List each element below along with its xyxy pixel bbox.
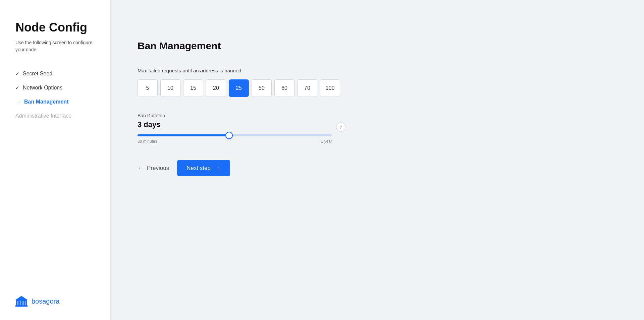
options-row: 510152025506070100 <box>138 79 345 97</box>
sidebar: Node Config Use the following screen to … <box>0 0 111 320</box>
svg-rect-7 <box>15 305 28 307</box>
previous-button[interactable]: ← Previous <box>138 165 169 172</box>
slider-min-label: 30 minutes <box>138 139 157 144</box>
arrow-right-icon: → <box>215 165 221 172</box>
svg-rect-2 <box>17 301 18 306</box>
help-icon[interactable]: ? <box>336 122 345 132</box>
sidebar-title: Node Config <box>15 20 95 35</box>
option-btn-70[interactable]: 70 <box>297 79 317 97</box>
sidebar-nav: ✓ Secret Seed ✓ Network Options → Ban Ma… <box>15 67 95 123</box>
help-icon-label: ? <box>339 125 342 130</box>
option-btn-100[interactable]: 100 <box>320 79 340 97</box>
max-failed-label: Max failed requests until an address is … <box>138 68 345 73</box>
check-icon: ✓ <box>15 71 19 76</box>
svg-rect-1 <box>16 300 27 301</box>
ban-duration-value: 3 days <box>138 120 345 129</box>
slider-wrapper: ? <box>138 134 345 136</box>
option-btn-25[interactable]: 25 <box>229 79 249 97</box>
max-failed-section: Max failed requests until an address is … <box>138 68 345 97</box>
check-icon: ✓ <box>15 85 19 90</box>
main-content: Ban Management Max failed requests until… <box>111 0 644 320</box>
option-btn-20[interactable]: 20 <box>206 79 226 97</box>
svg-rect-3 <box>20 301 21 306</box>
slider-track[interactable] <box>138 134 332 136</box>
slider-fill <box>138 134 229 136</box>
sidebar-item-administrative-interface: Administrative Interface <box>15 109 95 123</box>
sidebar-item-label: Network Options <box>23 85 62 91</box>
logo-icon <box>15 296 28 307</box>
sidebar-item-label: Ban Management <box>24 99 68 105</box>
sidebar-item-secret-seed[interactable]: ✓ Secret Seed <box>15 67 95 81</box>
sidebar-description: Use the following screen to configure yo… <box>15 39 95 53</box>
next-step-button[interactable]: Next step → <box>177 160 230 176</box>
slider-max-label: 1 year <box>321 139 332 144</box>
ban-duration-section: Ban Duration 3 days ? 30 minutes 1 year <box>138 113 345 144</box>
next-step-label: Next step <box>186 165 211 172</box>
option-btn-60[interactable]: 60 <box>274 79 294 97</box>
actions-row: ← Previous Next step → <box>138 160 345 176</box>
svg-rect-4 <box>22 301 24 306</box>
option-btn-10[interactable]: 10 <box>160 79 180 97</box>
svg-rect-5 <box>25 301 26 306</box>
previous-label: Previous <box>147 165 169 172</box>
sidebar-item-label: Administrative Interface <box>15 113 71 119</box>
ban-duration-label: Ban Duration <box>138 113 345 118</box>
arrow-left-icon: ← <box>138 165 144 172</box>
arrow-right-icon: → <box>15 99 21 105</box>
sidebar-item-label: Secret Seed <box>23 71 52 77</box>
slider-range-labels: 30 minutes 1 year <box>138 139 332 144</box>
option-btn-5[interactable]: 5 <box>138 79 158 97</box>
sidebar-footer: bosagora <box>15 296 95 307</box>
content-card: Ban Management Max failed requests until… <box>138 40 345 176</box>
page-title: Ban Management <box>138 40 345 52</box>
option-btn-50[interactable]: 50 <box>252 79 272 97</box>
svg-marker-6 <box>15 296 28 300</box>
slider-thumb[interactable] <box>225 132 233 139</box>
sidebar-item-ban-management[interactable]: → Ban Management <box>15 95 95 109</box>
option-btn-15[interactable]: 15 <box>183 79 203 97</box>
sidebar-item-network-options[interactable]: ✓ Network Options <box>15 81 95 95</box>
logo-text: bosagora <box>32 298 59 305</box>
